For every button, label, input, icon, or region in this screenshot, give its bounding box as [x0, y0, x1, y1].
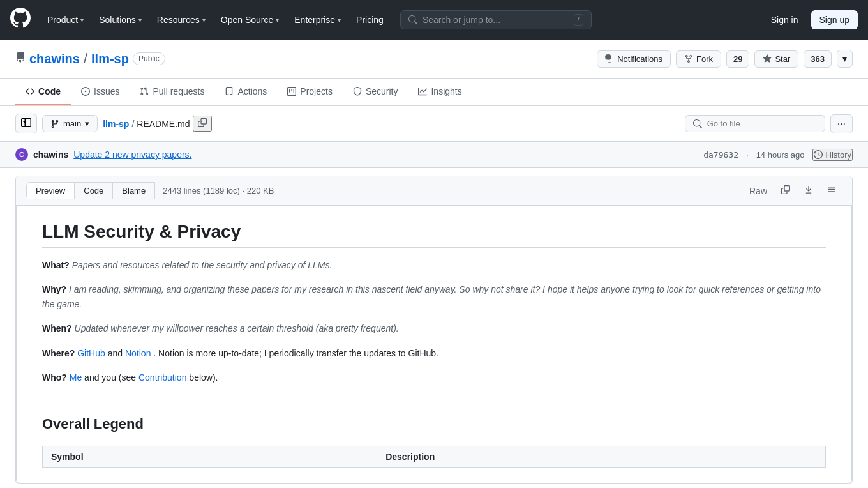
visibility-badge: Public [133, 52, 165, 65]
github-link[interactable]: GitHub [77, 348, 105, 358]
search-input[interactable] [423, 15, 569, 25]
tab-issues[interactable]: Issues [71, 79, 130, 105]
contribution-link[interactable]: Contribution [138, 372, 187, 383]
branch-icon [50, 119, 59, 128]
search-bar[interactable]: / [400, 10, 592, 29]
tab-insights[interactable]: Insights [408, 79, 472, 105]
tab-code-label: Code [38, 86, 61, 96]
copy-icon [198, 118, 207, 127]
repo-separator: / [84, 50, 87, 67]
code-button[interactable]: Code [75, 182, 113, 199]
when-paragraph: When? Updated whenever my willpower reac… [42, 321, 826, 335]
file-view-buttons: Preview Code Blame 2443 lines (1189 loc)… [26, 182, 274, 199]
tab-actions-label: Actions [237, 86, 267, 96]
search-icon [693, 119, 702, 128]
chevron-down-icon: ▾ [202, 17, 206, 24]
tab-projects[interactable]: Projects [277, 79, 343, 105]
file-toolbar-actions: Raw [744, 181, 842, 200]
more-button[interactable]: ▾ [837, 50, 853, 68]
commit-hash[interactable]: da79632 [703, 150, 738, 160]
branch-selector[interactable]: main ▾ [42, 115, 98, 132]
top-navigation: Product ▾ Solutions ▾ Resources ▾ Open S… [0, 0, 868, 40]
table-header-description: Description [377, 446, 826, 468]
nav-links: Product ▾ Solutions ▾ Resources ▾ Open S… [41, 10, 390, 30]
commit-message[interactable]: Update 2 new privacy papers. [73, 149, 191, 160]
history-button[interactable]: History [812, 149, 853, 161]
repo-header: chawins / llm-sp Public Notifications Fo… [0, 40, 868, 79]
copy-path-button[interactable] [193, 116, 212, 132]
star-icon [763, 54, 772, 63]
breadcrumb-repo-link[interactable]: llm-sp [103, 119, 129, 129]
tab-actions[interactable]: Actions [214, 79, 277, 105]
file-header-bar: Preview Code Blame 2443 lines (1189 loc)… [16, 176, 852, 206]
commit-bar: C chawins Update 2 new privacy papers. d… [0, 142, 868, 168]
go-to-file-search[interactable] [685, 115, 825, 132]
tab-pull-requests[interactable]: Pull requests [130, 79, 214, 105]
branch-label: main [63, 119, 81, 128]
repo-owner-link[interactable]: chawins [29, 52, 80, 66]
history-icon [814, 150, 823, 159]
go-to-file-input[interactable] [707, 119, 817, 128]
sidebar-toggle-button[interactable] [15, 114, 37, 133]
nav-resources[interactable]: Resources ▾ [151, 10, 212, 30]
download-icon [804, 185, 813, 194]
issues-icon [81, 87, 90, 96]
code-icon [26, 87, 34, 96]
what-paragraph: What? Papers and resources related to th… [42, 258, 826, 272]
security-icon [353, 87, 362, 96]
breadcrumb-file: README.md [137, 119, 190, 129]
list-icon [827, 185, 836, 194]
star-count[interactable]: 363 [804, 50, 832, 68]
tab-security-label: Security [366, 86, 398, 96]
search-icon [408, 15, 417, 24]
more-options-button[interactable]: ··· [830, 114, 853, 133]
sidebar-icon [21, 118, 31, 128]
nav-pricing[interactable]: Pricing [350, 10, 390, 30]
nav-open-source[interactable]: Open Source ▾ [214, 10, 286, 30]
chevron-down-icon: ▾ [85, 119, 89, 128]
nav-solutions[interactable]: Solutions ▾ [93, 10, 148, 30]
legend-title: Overall Legend [42, 416, 826, 438]
projects-icon [287, 87, 296, 96]
pr-icon [140, 87, 149, 96]
chevron-down-icon: ▾ [276, 17, 279, 24]
blame-button[interactable]: Blame [113, 182, 155, 199]
fork-button[interactable]: Fork [676, 50, 721, 68]
commit-author[interactable]: chawins [33, 149, 68, 160]
star-button[interactable]: Star [754, 50, 798, 68]
repo-name-link[interactable]: llm-sp [91, 52, 129, 66]
table-header-row: Symbol Description [43, 446, 826, 468]
divider [42, 400, 826, 400]
insights-icon [418, 87, 427, 96]
tab-code[interactable]: Code [15, 79, 71, 105]
signin-button[interactable]: Sign in [766, 11, 804, 29]
file-view: Preview Code Blame 2443 lines (1189 loc)… [0, 176, 868, 488]
tab-projects-label: Projects [300, 86, 333, 96]
raw-button[interactable]: Raw [744, 182, 773, 200]
nav-enterprise[interactable]: Enterprise ▾ [288, 10, 347, 30]
where-paragraph: Where? GitHub and Notion . Notion is mor… [42, 346, 826, 360]
file-nav: main ▾ llm-sp / README.md ··· [0, 106, 868, 142]
commit-meta: da79632 · 14 hours ago History [703, 149, 853, 161]
me-link[interactable]: Me [70, 372, 82, 383]
copy-icon [781, 185, 790, 194]
chevron-down-icon: ▾ [338, 17, 341, 24]
preview-button[interactable]: Preview [26, 182, 75, 199]
toc-button[interactable] [821, 181, 842, 200]
fork-icon [684, 54, 693, 63]
tab-insights-label: Insights [431, 86, 461, 96]
commit-time-ago: 14 hours ago [756, 150, 805, 160]
notion-link[interactable]: Notion [125, 348, 151, 358]
nav-product[interactable]: Product ▾ [41, 10, 90, 30]
chevron-down-icon: ▾ [138, 17, 142, 24]
signup-button[interactable]: Sign up [811, 10, 858, 29]
tab-security[interactable]: Security [343, 79, 408, 105]
github-logo[interactable] [10, 8, 31, 32]
commit-info: C chawins Update 2 new privacy papers. [15, 148, 191, 161]
file-view-wrapper: Preview Code Blame 2443 lines (1189 loc)… [15, 176, 853, 484]
tab-issues-label: Issues [94, 86, 119, 96]
notifications-button[interactable]: Notifications [597, 50, 671, 68]
fork-count[interactable]: 29 [726, 50, 749, 68]
copy-raw-button[interactable] [775, 181, 796, 200]
download-button[interactable] [798, 181, 819, 200]
